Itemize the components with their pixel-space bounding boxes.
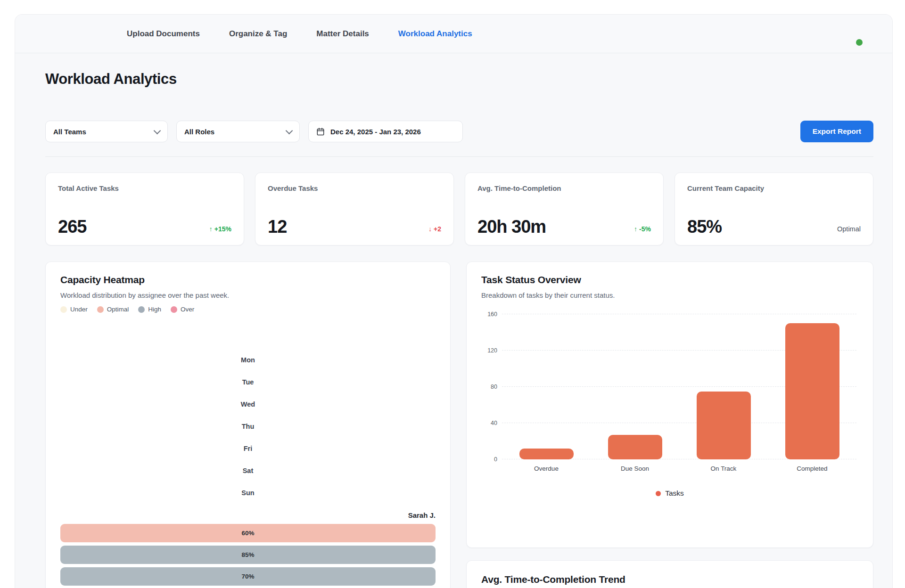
team-filter-value: All Teams [53,128,86,136]
heatmap-legend-label: Over [181,306,194,313]
tab-workload-analytics[interactable]: Workload Analytics [398,29,472,39]
x-label-due-soon: Due Soon [591,465,679,472]
legend-dot [171,306,177,313]
bar-chart: 04080120160 OverdueDue SoonOn TrackCompl… [481,314,858,498]
filters-bar: All Teams All Roles Dec 24, 2025 - Jan 2… [45,121,873,142]
chart-bars [502,314,856,459]
heatmap-legend-item-under: Under [60,306,88,313]
stat-delta-text: -5% [639,225,651,233]
day-label-tue: Tue [60,371,436,393]
right-column: Task Status Overview Breakdown of tasks … [466,261,873,588]
bar-completed[interactable] [785,323,839,459]
x-label-completed: Completed [768,465,856,472]
legend-series-label: Tasks [665,489,684,498]
stat-delta: ↑-5% [634,225,651,236]
bar-overdue[interactable] [519,449,574,459]
stat-delta-text: +15% [214,225,231,233]
page-title: Workload Analytics [45,71,873,88]
chevron-down-icon [154,127,161,134]
team-filter-select[interactable]: All Teams [45,121,168,142]
heatmap-legend-label: Under [70,306,88,313]
stat-value: 20h 30m [477,218,546,236]
task-status-card: Task Status Overview Breakdown of tasks … [466,261,873,548]
y-tick-label: 120 [481,347,497,354]
heatmap-assignee-label: Sarah J. [60,511,436,519]
stat-value: 85% [687,218,722,236]
bar-on-track[interactable] [697,392,751,459]
chevron-down-icon [286,127,293,134]
y-tick-label: 160 [481,311,497,318]
section-divider [45,156,873,157]
heatmap-legend-item-high: High [138,306,161,313]
arrow-up-icon: ↑ [634,225,637,233]
stat-delta-text: +2 [434,225,441,233]
chart-plot-area: 04080120160 [502,314,856,459]
capacity-heatmap-card: Capacity Heatmap Workload distribution b… [45,261,451,588]
day-label-sun: Sun [60,482,436,504]
bar-due-soon[interactable] [608,435,662,459]
chart-legend: Tasks [481,489,858,498]
day-label-sat: Sat [60,459,436,482]
day-label-thu: Thu [60,415,436,437]
top-nav: Upload DocumentsOrganize & TagMatter Det… [15,15,892,53]
stat-label: Overdue Tasks [268,184,441,192]
legend-dot [138,306,145,313]
stat-card-avg-time-to-completion: Avg. Time-to-Completion20h 30m↑-5% [465,172,664,245]
stat-card-current-team-capacity: Current Team Capacity85%Optimal [675,172,873,245]
y-tick-label: 40 [481,420,497,426]
app-container: Upload DocumentsOrganize & TagMatter Det… [15,14,893,588]
day-label-wed: Wed [60,393,436,415]
stat-cards-row: Total Active Tasks265↑+15%Overdue Tasks1… [45,172,873,245]
stat-value: 12 [268,218,287,236]
y-tick-label: 0 [481,456,497,463]
chart-title: Task Status Overview [481,274,858,286]
heatmap-title: Capacity Heatmap [60,274,436,286]
x-label-overdue: Overdue [502,465,591,472]
stat-label: Current Team Capacity [687,184,861,192]
heatmap-bar-optimal-0[interactable]: 60% [60,524,436,542]
date-range-picker[interactable]: Dec 24, 2025 - Jan 23, 2026 [308,121,463,142]
stat-delta: ↑+15% [209,225,231,236]
arrow-up-icon: ↑ [209,225,213,233]
heatmap-day-labels: MonTueWedThuFriSatSun [60,349,436,504]
arrow-down-icon: ↓ [428,225,432,233]
stat-delta: ↓+2 [428,225,441,236]
stat-label: Avg. Time-to-Completion [477,184,651,192]
role-filter-value: All Roles [184,128,214,136]
heatmap-bars: 60%85%70% [60,524,436,586]
legend-dot [60,306,67,313]
day-label-mon: Mon [60,349,436,371]
heatmap-legend-label: High [148,306,161,313]
tab-upload-documents[interactable]: Upload Documents [127,29,200,39]
legend-dot [656,491,661,496]
date-range-value: Dec 24, 2025 - Jan 23, 2026 [330,128,421,136]
chart-x-axis-labels: OverdueDue SoonOn TrackCompleted [502,465,856,472]
stat-delta-text: Optimal [837,225,861,233]
tab-matter-details[interactable]: Matter Details [316,29,369,39]
trend-card-title: Avg. Time-to-Completion Trend [481,574,858,585]
heatmap-bar-high-1[interactable]: 85% [60,546,436,564]
legend-dot [97,306,104,313]
main-content: Workload Analytics All Teams All Roles D… [15,71,892,588]
day-label-fri: Fri [60,437,436,459]
stat-delta: Optimal [837,225,861,236]
x-label-on-track: On Track [679,465,768,472]
stat-card-overdue-tasks: Overdue Tasks12↓+2 [255,172,454,245]
heatmap-legend-label: Optimal [107,306,129,313]
heatmap-legend: UnderOptimalHighOver [60,306,436,313]
role-filter-select[interactable]: All Roles [176,121,300,142]
y-tick-label: 80 [481,384,497,390]
stat-value: 265 [58,218,86,236]
stat-label: Total Active Tasks [58,184,231,192]
heatmap-legend-item-optimal: Optimal [97,306,129,313]
tab-organize-tag[interactable]: Organize & Tag [229,29,287,39]
export-report-button[interactable]: Export Report [800,121,873,142]
completion-trend-card: Avg. Time-to-Completion Trend [466,560,873,588]
heatmap-bar-high-2[interactable]: 70% [60,567,436,586]
dashboard-grid: Capacity Heatmap Workload distribution b… [45,261,873,588]
heatmap-subtitle: Workload distribution by assignee over t… [60,291,436,299]
calendar-icon [316,127,325,136]
stat-card-total-active-tasks: Total Active Tasks265↑+15% [45,172,244,245]
chart-subtitle: Breakdown of tasks by their current stat… [481,291,858,299]
heatmap-legend-item-over: Over [171,306,194,313]
